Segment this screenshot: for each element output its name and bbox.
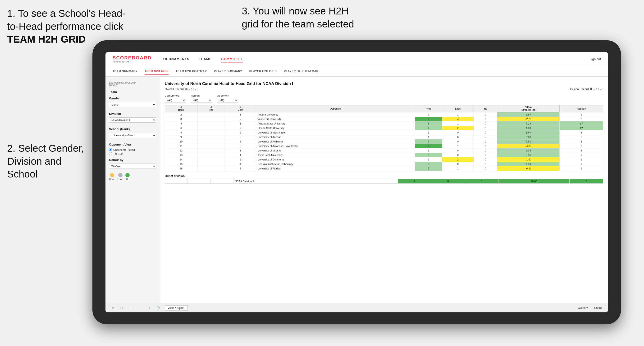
cell-reg	[197, 121, 225, 126]
cell-tie: 0	[474, 162, 497, 166]
cell-loss: 1	[442, 112, 474, 117]
ood-tie: 0	[465, 179, 498, 184]
col-rounds: Rounds	[560, 105, 603, 112]
col-diff: Diff AvStrokes/Rnd	[497, 105, 560, 112]
cell-tie: 0	[474, 135, 497, 139]
colour-dot-up	[126, 173, 130, 177]
ood-loss: 0	[432, 179, 465, 184]
bottom-toolbar: ↩ ↪ ← → ⊞ 🕐 View: Original Watch ▾ Share	[106, 303, 608, 312]
nav-tournaments[interactable]: TOURNAMENTS	[161, 56, 190, 62]
gender-select[interactable]: Men's	[109, 102, 156, 107]
opponent-filter-select[interactable]: (All)	[217, 98, 238, 102]
cell-diff: 2.61	[497, 139, 560, 144]
cell-tie: 0	[474, 121, 497, 126]
clock-button[interactable]: 🕐	[155, 306, 162, 310]
record-row: Overall Record: 89 - 17 - 0 Division Rec…	[165, 88, 603, 91]
cell-conf: 1	[225, 153, 256, 157]
sub-nav-player-h2h-heatmap[interactable]: PLAYER H2H HEATMAP	[284, 68, 318, 74]
radio-top100[interactable]: Top 100	[109, 152, 156, 155]
cell-rank: 10	[165, 139, 198, 144]
cell-rounds: 2	[560, 135, 603, 139]
col-rank: #Rank	[165, 105, 198, 112]
cell-rank: 13	[165, 153, 198, 157]
ann1-line1: 1. To see a School's Head-	[7, 8, 126, 19]
cell-reg	[197, 157, 225, 162]
redo-button[interactable]: ↪	[119, 306, 124, 310]
ann1-line2: to-Head performance click	[7, 21, 123, 32]
view-original-button[interactable]: View: Original	[165, 305, 188, 311]
table-row: 13 1 Texas Tech University 3 0 0 5.56 9	[165, 153, 603, 157]
data-area: University of North Carolina Head-to-Hea…	[160, 77, 608, 303]
cell-opponent: Georgia Institute of Technology	[256, 162, 415, 166]
conference-filter-select[interactable]: (All)	[165, 98, 186, 102]
undo-button[interactable]: ↩	[110, 306, 116, 310]
school-select[interactable]: 1. University of Nort...	[109, 133, 156, 138]
nav-teams[interactable]: TEAMS	[199, 56, 212, 62]
table-row: 3 2 Vanderbilt University 0 4 0 -2.29 8	[165, 117, 603, 121]
sign-out-button[interactable]: Sign out	[590, 57, 601, 61]
sub-nav-player-h2h-grid[interactable]: PLAYER H2H GRID	[249, 68, 277, 74]
cell-rounds: 3	[560, 130, 603, 135]
logo-sub: Powered by clippi	[112, 61, 152, 63]
nav-items: TOURNAMENTS TEAMS COMMITTEE	[161, 56, 590, 62]
ood-conf	[210, 179, 233, 184]
sub-nav-team-h2h-grid[interactable]: TEAM H2H GRID	[144, 68, 168, 75]
table-row: 10 5 University of Alabama 3 0 0 2.61 8	[165, 139, 603, 144]
cell-win: 3	[415, 166, 442, 171]
sub-nav-player-summary[interactable]: PLAYER SUMMARY	[214, 68, 242, 74]
nav-committee[interactable]: COMMITTEE	[221, 56, 243, 62]
back-button[interactable]: ←	[128, 306, 134, 310]
cell-reg	[197, 117, 225, 121]
colour-down: Down	[109, 173, 115, 180]
cell-win: 5	[415, 121, 442, 126]
cell-diff: 9.00	[497, 135, 560, 139]
cell-win: 2	[415, 112, 442, 117]
sub-nav-team-summary[interactable]: TEAM SUMMARY	[112, 68, 138, 74]
cell-reg	[197, 130, 225, 135]
cell-tie: 0	[474, 157, 497, 162]
ood-label: NCAA Division II	[233, 179, 398, 184]
colour-select[interactable]: Win/loss	[109, 164, 156, 169]
radio-opponents-played[interactable]: Opponents Played	[109, 148, 156, 151]
sidebar-timestamp: Last Updated: 27/03/2024 16:55:38	[109, 81, 156, 87]
data-title: University of North Carolina Head-to-Hea…	[165, 81, 603, 86]
copy-button[interactable]: ⊞	[146, 306, 152, 310]
cell-loss: 2	[442, 157, 474, 162]
cell-win: 0	[415, 117, 442, 121]
cell-win: 3	[415, 153, 442, 157]
region-filter-select[interactable]: (All)	[191, 98, 212, 102]
cell-reg	[197, 144, 225, 148]
gender-label: Gender	[109, 97, 156, 100]
ann1-bold: TEAM H2H GRID	[7, 34, 86, 45]
cell-conf: 1	[225, 121, 256, 126]
table-row: 6 2 Florida State University 4 2 0 1.83 …	[165, 126, 603, 130]
colour-label: Colour by	[109, 158, 156, 162]
division-select[interactable]: NCAA Division I	[109, 117, 156, 123]
cell-reg	[197, 162, 225, 166]
team-label: Team	[109, 90, 156, 94]
division-record: Division Record: 88 - 17 - 0	[569, 88, 603, 91]
cell-rounds: 9	[560, 162, 603, 166]
col-tie: Tie	[474, 105, 497, 112]
cell-tie: 0	[474, 139, 497, 144]
watch-button[interactable]: Watch ▾	[576, 306, 589, 310]
cell-win: 6	[415, 162, 442, 166]
cell-reg	[197, 112, 225, 117]
out-of-division-label: Out of division	[165, 174, 603, 178]
cell-rounds: 17	[560, 121, 603, 126]
cell-tie: 0	[474, 166, 497, 171]
cell-win: 0	[415, 144, 442, 148]
sub-nav-team-h2h-heatmap[interactable]: TEAM H2H HEATMAP	[176, 68, 207, 74]
table-row: 8 2 University of Washington 1 0 0 3.67 …	[165, 130, 603, 135]
cell-loss: 1	[442, 166, 474, 171]
forward-button[interactable]: →	[137, 306, 143, 310]
colour-legend: Down Level Up	[109, 173, 156, 180]
view-label: View: Original	[168, 306, 185, 310]
share-button[interactable]: Share	[593, 306, 603, 310]
cell-win: 1	[415, 157, 442, 162]
cell-loss: 1	[442, 121, 474, 126]
toolbar-right: Watch ▾ Share	[576, 306, 603, 310]
cell-rounds: 9	[560, 112, 603, 117]
cell-tie: 0	[474, 144, 497, 148]
ann2-line2: Division and	[7, 156, 62, 167]
